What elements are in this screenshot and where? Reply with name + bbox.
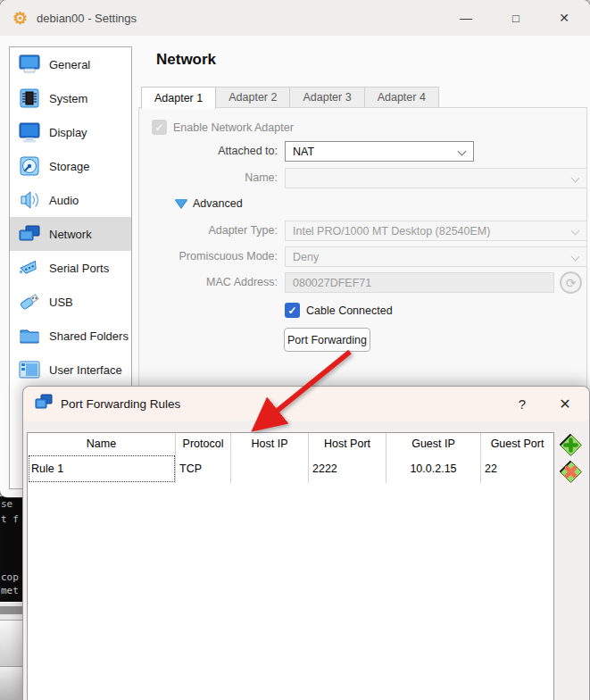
remove-rule-button[interactable]: [559, 460, 583, 484]
cell-guest-ip[interactable]: 10.0.2.15: [386, 454, 481, 483]
network-dialog-icon: [35, 394, 53, 413]
terminal-text: se: [1, 498, 12, 510]
port-forwarding-dialog: Port Forwarding Rules ? ✕ Name Protocol …: [22, 386, 590, 700]
tab-adapter-2[interactable]: Adapter 2: [216, 87, 290, 108]
column-header-name[interactable]: Name: [28, 433, 176, 454]
column-header-guest-ip[interactable]: Guest IP: [386, 433, 481, 454]
sidebar-item-label: Audio: [49, 194, 79, 207]
rule-action-buttons: [559, 433, 586, 484]
cell-host-port[interactable]: 2222: [309, 454, 386, 483]
attached-to-value: NAT: [293, 146, 314, 158]
sidebar-item-audio[interactable]: Audio: [10, 183, 131, 217]
tab-adapter-1[interactable]: Adapter 1: [141, 87, 216, 109]
sidebar-item-shared-folders[interactable]: Shared Folders: [10, 319, 131, 353]
background-window-stripe: [0, 606, 24, 614]
sidebar-item-storage[interactable]: Storage: [10, 149, 131, 183]
sidebar-item-serial-ports[interactable]: Serial Ports: [10, 251, 131, 285]
chevron-down-icon: [571, 253, 580, 262]
cell-host-ip[interactable]: [231, 454, 309, 483]
name-label: Name:: [144, 171, 278, 184]
promiscuous-mode-label: Promiscuous Mode:: [144, 250, 278, 262]
sidebar-item-label: User Interface: [49, 363, 122, 377]
background-window-bar: [0, 602, 24, 620]
page-title: Network: [156, 51, 216, 69]
column-header-guest-port[interactable]: Guest Port: [481, 433, 553, 454]
sidebar-item-usb[interactable]: USB: [10, 285, 131, 319]
dialog-titlebar: Port Forwarding Rules ? ✕: [23, 387, 589, 421]
chevron-down-icon: [571, 174, 580, 183]
dialog-close-button[interactable]: ✕: [550, 387, 580, 421]
sidebar-item-label: General: [49, 58, 90, 71]
adapter-type-dropdown: Intel PRO/1000 MT Desktop (82540EM): [285, 221, 587, 241]
storage-icon: [15, 154, 44, 178]
sidebar-item-display[interactable]: Display: [10, 115, 131, 149]
enable-network-adapter-checkbox[interactable]: ✓: [152, 120, 167, 135]
maximize-button[interactable]: □: [497, 0, 535, 36]
port-forwarding-button[interactable]: Port Forwarding: [284, 328, 370, 352]
minimize-button[interactable]: —: [447, 0, 485, 36]
terminal-text: t f: [1, 513, 19, 525]
column-header-host-port[interactable]: Host Port: [309, 433, 386, 454]
background-terminal-window: se t f cop met: [0, 496, 24, 602]
help-button[interactable]: ?: [507, 387, 537, 421]
screen: se t f cop met ⚙ debian00 - Settings — □…: [0, 0, 590, 700]
gear-icon: ⚙: [12, 10, 28, 27]
cable-connected-label: Cable Connected: [306, 304, 393, 317]
column-header-host-ip[interactable]: Host IP: [231, 433, 309, 454]
advanced-expander-icon[interactable]: [175, 199, 187, 208]
general-icon: [15, 53, 44, 76]
display-icon: [15, 121, 44, 144]
cable-connected-checkbox[interactable]: ✓: [285, 303, 300, 318]
sidebar-item-network[interactable]: Network: [10, 217, 131, 251]
attached-to-dropdown[interactable]: NAT: [285, 141, 474, 162]
sidebar-item-label: System: [49, 92, 87, 105]
sidebar-item-label: Display: [49, 126, 87, 139]
sidebar-item-label: Serial Ports: [49, 262, 109, 275]
sidebar-item-label: Shared Folders: [49, 329, 129, 343]
mac-address-label: MAC Address:: [144, 276, 278, 288]
port-forwarding-table: Name Protocol Host IP Host Port Guest IP…: [27, 432, 554, 700]
enable-network-adapter-label: Enable Network Adapter: [173, 121, 294, 134]
window-title: debian00 - Settings: [37, 12, 137, 25]
serial-ports-icon: [15, 256, 44, 279]
name-dropdown: [285, 168, 587, 188]
cell-rule-name[interactable]: Rule 1: [28, 454, 176, 483]
terminal-text: met: [1, 585, 19, 596]
regenerate-mac-icon[interactable]: ⟳: [560, 271, 582, 294]
promiscuous-mode-value: Deny: [293, 251, 319, 263]
sidebar-item-label: USB: [49, 296, 73, 309]
tab-adapter-3[interactable]: Adapter 3: [290, 87, 364, 108]
background-windows: se t f cop met: [0, 493, 24, 700]
table-header-row: Name Protocol Host IP Host Port Guest IP…: [28, 433, 553, 454]
shared-folders-icon: [15, 324, 44, 347]
close-button[interactable]: ✕: [545, 0, 583, 36]
adapter-tabs: Adapter 1 Adapter 2 Adapter 3 Adapter 4: [141, 87, 439, 108]
sidebar-item-label: Storage: [49, 160, 90, 173]
terminal-text: cop: [1, 571, 19, 583]
adapter-type-value: Intel PRO/1000 MT Desktop (82540EM): [293, 225, 490, 238]
sidebar-item-system[interactable]: System: [10, 81, 131, 115]
chevron-down-icon: [458, 147, 467, 156]
user-interface-icon: [15, 358, 44, 381]
remove-rule-icon: [559, 460, 583, 484]
background-window-bar: [0, 666, 24, 700]
mac-address-field: 080027DFEF71: [285, 272, 554, 293]
settings-titlebar: ⚙ debian00 - Settings — □ ✕: [0, 0, 590, 36]
background-window-bar: [0, 620, 24, 666]
usb-icon: [15, 290, 44, 313]
tab-adapter-4[interactable]: Adapter 4: [365, 87, 439, 108]
add-rule-button[interactable]: [559, 433, 583, 457]
sidebar-item-general[interactable]: General: [10, 47, 131, 81]
network-icon: [15, 222, 44, 246]
column-header-protocol[interactable]: Protocol: [176, 433, 231, 454]
attached-to-label: Attached to:: [144, 145, 278, 157]
dialog-title: Port Forwarding Rules: [61, 397, 180, 411]
cell-protocol[interactable]: TCP: [176, 454, 231, 483]
table-row: Rule 1 TCP 2222 10.0.2.15 22: [28, 454, 553, 483]
sidebar-item-user-interface[interactable]: User Interface: [10, 353, 131, 387]
cell-guest-port[interactable]: 22: [481, 454, 553, 483]
promiscuous-mode-dropdown: Deny: [285, 246, 587, 267]
audio-icon: [15, 188, 44, 212]
advanced-label[interactable]: Advanced: [193, 197, 243, 210]
sidebar-item-label: Network: [49, 228, 92, 241]
